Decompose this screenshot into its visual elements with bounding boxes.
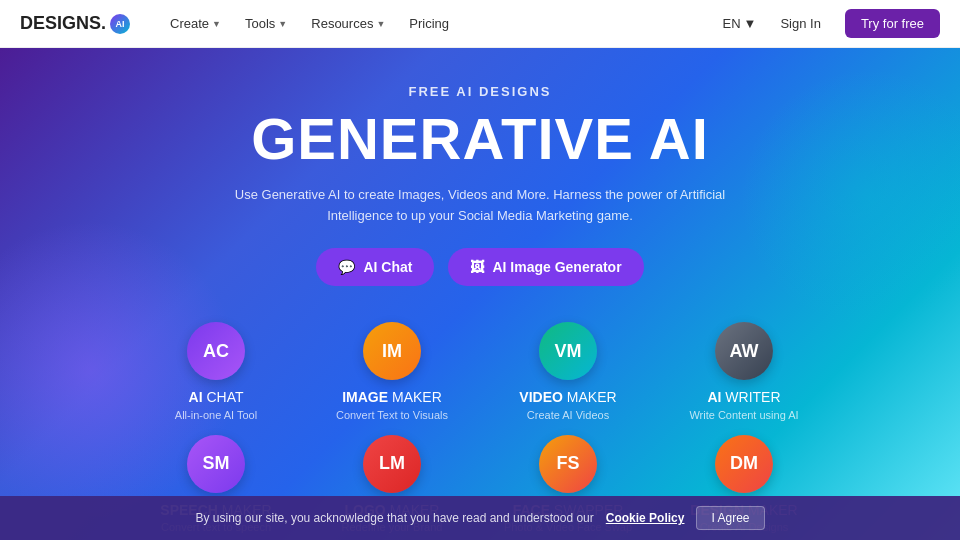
tool-abbr-sm: SM: [203, 453, 230, 474]
tool-name-bold-vm: VIDEO: [519, 389, 563, 405]
nav-create-label: Create: [170, 16, 209, 31]
hero-content: FREE AI DESIGNS GENERATIVE AI Use Genera…: [0, 48, 960, 533]
tool-abbr-im: IM: [382, 341, 402, 362]
tool-im[interactable]: IM IMAGE MAKER Convert Text to Visuals: [312, 322, 472, 420]
tool-icon-ac: AC: [187, 322, 245, 380]
nav-tools-label: Tools: [245, 16, 275, 31]
chevron-down-icon: ▼: [376, 19, 385, 29]
tool-icon-vm: VM: [539, 322, 597, 380]
tool-icon-im: IM: [363, 322, 421, 380]
nav-tools[interactable]: Tools ▼: [235, 10, 297, 37]
ai-chat-button[interactable]: 💬 AI Chat: [316, 248, 434, 286]
language-label: EN: [722, 16, 740, 31]
tool-abbr-vm: VM: [555, 341, 582, 362]
nav-links: Create ▼ Tools ▼ Resources ▼ Pricing: [160, 10, 722, 37]
tool-icon-fs: FS: [539, 435, 597, 493]
image-icon: 🖼: [470, 259, 484, 275]
tool-vm[interactable]: VM VIDEO MAKER Create AI Videos: [488, 322, 648, 420]
language-selector[interactable]: EN ▼: [722, 16, 756, 31]
ai-chat-label: AI Chat: [363, 259, 412, 275]
ai-image-generator-button[interactable]: 🖼 AI Image Generator: [448, 248, 643, 286]
nav-pricing[interactable]: Pricing: [399, 10, 459, 37]
hero-subtitle: Use Generative AI to create Images, Vide…: [230, 185, 730, 227]
tool-name-vm: VIDEO MAKER: [519, 388, 616, 406]
tool-icon-aw: AW: [715, 322, 773, 380]
try-free-button[interactable]: Try for free: [845, 9, 940, 38]
tool-abbr-aw: AW: [730, 341, 759, 362]
tool-name-bold-ac: AI: [189, 389, 203, 405]
cookie-text: By using our site, you acknowledge that …: [196, 511, 594, 525]
tool-desc-im: Convert Text to Visuals: [336, 409, 448, 421]
tool-abbr-ac: AC: [203, 341, 229, 362]
tool-desc-ac: All-in-one AI Tool: [175, 409, 257, 421]
tool-icon-dm: DM: [715, 435, 773, 493]
cta-buttons: 💬 AI Chat 🖼 AI Image Generator: [316, 248, 643, 286]
tool-abbr-fs: FS: [556, 453, 579, 474]
tool-icon-sm: SM: [187, 435, 245, 493]
tool-abbr-lm: LM: [379, 453, 405, 474]
tool-name-bold-im: IMAGE: [342, 389, 388, 405]
logo-ai-badge: AI: [110, 14, 130, 34]
tool-abbr-dm: DM: [730, 453, 758, 474]
nav-resources-label: Resources: [311, 16, 373, 31]
chevron-down-icon: ▼: [278, 19, 287, 29]
tool-ac[interactable]: AC AI CHAT All-in-one AI Tool: [136, 322, 296, 420]
tool-name-im: IMAGE MAKER: [342, 388, 442, 406]
tool-aw[interactable]: AW AI WRITER Write Content using AI: [664, 322, 824, 420]
chevron-down-icon: ▼: [744, 16, 757, 31]
nav-resources[interactable]: Resources ▼: [301, 10, 395, 37]
hero-title: GENERATIVE AI: [251, 107, 709, 171]
chat-icon: 💬: [338, 259, 355, 275]
tool-desc-vm: Create AI Videos: [527, 409, 609, 421]
ai-image-label: AI Image Generator: [492, 259, 621, 275]
hero-section: FREE AI DESIGNS GENERATIVE AI Use Genera…: [0, 48, 960, 540]
navbar: DESIGNS. AI Create ▼ Tools ▼ Resources ▼…: [0, 0, 960, 48]
tool-name-ac: AI CHAT: [189, 388, 244, 406]
nav-create[interactable]: Create ▼: [160, 10, 231, 37]
tool-name-bold-aw: AI: [707, 389, 721, 405]
tool-desc-aw: Write Content using AI: [689, 409, 798, 421]
signin-button[interactable]: Sign In: [768, 10, 832, 37]
cookie-agree-button[interactable]: I Agree: [696, 506, 764, 530]
nav-pricing-label: Pricing: [409, 16, 449, 31]
chevron-down-icon: ▼: [212, 19, 221, 29]
logo[interactable]: DESIGNS. AI: [20, 13, 130, 34]
free-ai-label: FREE AI DESIGNS: [409, 84, 552, 99]
logo-text: DESIGNS.: [20, 13, 106, 34]
tool-icon-lm: LM: [363, 435, 421, 493]
nav-right: EN ▼ Sign In Try for free: [722, 9, 940, 38]
cookie-banner: By using our site, you acknowledge that …: [0, 496, 960, 540]
cookie-policy-link[interactable]: Cookie Policy: [606, 511, 685, 525]
tool-name-aw: AI WRITER: [707, 388, 780, 406]
